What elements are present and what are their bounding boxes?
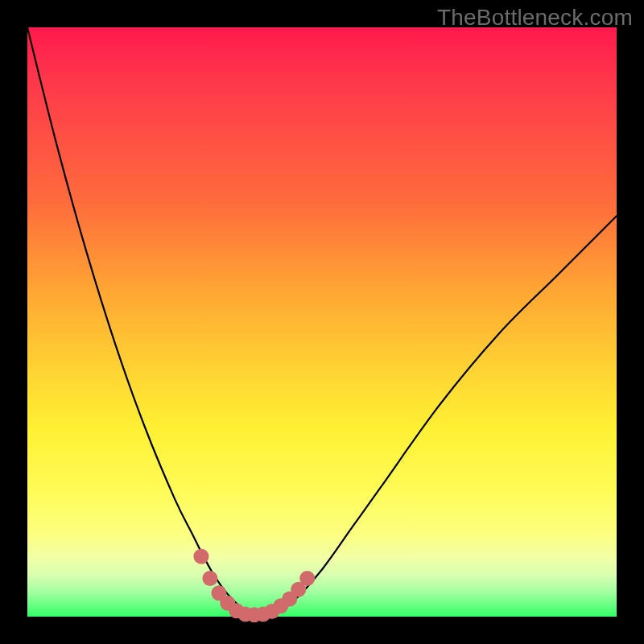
dot-point [193, 549, 208, 564]
chart-frame: TheBottleneck.com [0, 0, 644, 644]
bottleneck-curve [27, 27, 617, 615]
dot-point [202, 571, 217, 586]
plot-area [27, 27, 617, 617]
chart-svg [27, 27, 617, 617]
dot-point [299, 571, 315, 586]
dot-cluster [193, 549, 315, 622]
